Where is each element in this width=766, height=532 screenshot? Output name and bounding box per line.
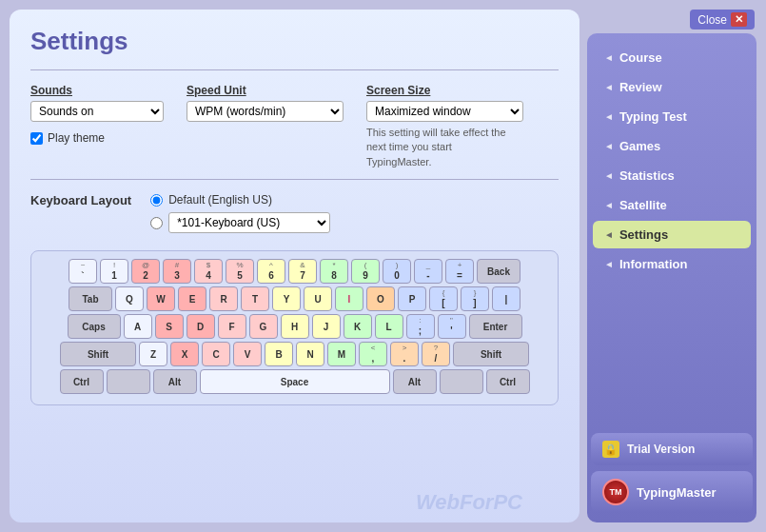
screen-size-group: Screen Size Maximized window Full screen… [366,84,523,169]
play-theme-row: Play theme [30,131,164,145]
nav-arrow-satellite: ◄ [604,200,614,210]
key-comma: <, [359,342,387,366]
speed-unit-select[interactable]: WPM (words/min) CPM (chars/min) KPM (key… [187,101,344,122]
key-h: H [281,314,309,339]
key-z: Z [139,342,167,366]
key-a: A [124,314,152,339]
nav-item-satellite[interactable]: ◄ Satellite [593,191,751,219]
play-theme-label: Play theme [48,131,105,145]
close-label: Close [697,13,727,27]
nav-label-typing-test: Typing Test [619,109,687,124]
key-rctrl: Ctrl [486,369,530,394]
nav-item-information[interactable]: ◄ Information [593,250,751,278]
speed-unit-label: Speed Unit [187,84,344,97]
key-g: G [249,314,278,339]
key-enter: Enter [469,314,522,339]
settings-row: Sounds Sounds on Sounds off Play theme S… [30,84,559,169]
radio-101-input[interactable] [150,217,163,229]
key-m: M [327,342,356,366]
nav-label-review: Review [619,80,662,94]
main-panel: Settings Sounds Sounds on Sounds off Pla… [10,10,579,522]
key-b: B [265,342,293,366]
key-1: !1 [100,259,128,284]
kb-row-qwerty: Tab Q W E R T Y U I O P {[ }] | [37,286,552,311]
nav-arrow-statistics: ◄ [604,170,614,181]
radio-default-label: Default (English US) [168,193,272,207]
nav-arrow-course: ◄ [604,52,614,63]
key-space: Space [200,369,390,394]
radio-default-input[interactable] [150,194,163,207]
trial-badge: 🔒 Trial Version [591,433,753,465]
keyboard-layout-select[interactable]: *101-Keyboard (US) [168,212,330,233]
play-theme-checkbox[interactable] [30,132,43,145]
screen-note: This setting will take effect the next t… [366,126,519,169]
key-k: K [344,314,372,339]
nav-label-games: Games [619,139,660,153]
nav-item-typing-test[interactable]: ◄ Typing Test [593,103,751,130]
key-y: Y [272,286,301,311]
nav-arrow-typing-test: ◄ [604,111,614,122]
nav-item-settings[interactable]: ◄ Settings [593,221,751,248]
key-w: W [147,286,175,311]
key-semicolon: :; [406,314,435,339]
key-u: U [304,286,332,311]
key-0: )0 [383,259,411,284]
key-caps: Caps [68,314,121,339]
nav-arrow-information: ◄ [604,259,614,269]
sounds-group: Sounds Sounds on Sounds off Play theme [30,84,164,145]
nav-item-games[interactable]: ◄ Games [593,132,751,160]
radio-101: *101-Keyboard (US) [150,212,330,233]
keyboard-layout-label: Keyboard Layout [30,193,131,207]
key-x: X [170,342,199,366]
close-x-icon: ✕ [731,12,747,27]
key-l: L [375,314,403,339]
key-8: *8 [320,259,348,284]
key-back: Back [477,259,520,284]
nav-item-review[interactable]: ◄ Review [593,73,751,101]
radio-default: Default (English US) [150,193,330,207]
key-period: >. [390,342,419,366]
sounds-select[interactable]: Sounds on Sounds off [30,101,164,122]
key-2: @2 [131,259,160,284]
nav-item-course[interactable]: ◄ Course [593,44,751,71]
tm-logo-icon: TM [602,479,629,505]
nav-arrow-games: ◄ [604,141,614,151]
trial-label: Trial Version [627,443,695,456]
key-slash: ?/ [422,342,450,366]
close-btn-row: Close ✕ [587,10,756,30]
key-tilde: ~` [69,259,97,284]
nav-arrow-settings: ◄ [604,229,614,240]
key-e: E [178,286,206,311]
key-9: (9 [351,259,380,284]
screen-size-label: Screen Size [366,84,523,97]
key-lalt: Alt [153,369,197,394]
nav-item-statistics[interactable]: ◄ Statistics [593,162,751,189]
key-rshift: Shift [453,342,529,366]
nav-label-information: Information [619,257,688,271]
key-lctrl: Ctrl [60,369,104,394]
key-4: $4 [194,259,223,284]
key-6: ^6 [257,259,285,284]
nav-label-course: Course [619,50,662,65]
key-rbracket: }] [461,286,489,311]
key-3: #3 [163,259,191,284]
key-v: V [233,342,262,366]
typingmaster-label: TypingMaster [637,485,717,500]
kb-row-zxcv: Shift Z X C V B N M <, >. ?/ Shift [37,342,552,366]
nav-arrow-review: ◄ [604,82,614,92]
key-d: D [187,314,215,339]
right-panel: Close ✕ ◄ Course ◄ Review ◄ Typing Test … [587,10,756,522]
nav-menu: ◄ Course ◄ Review ◄ Typing Test ◄ Games … [587,33,756,522]
nav-label-satellite: Satellite [619,198,667,212]
screen-size-select[interactable]: Maximized window Full screen 800x600 102… [366,101,523,122]
key-i: I [335,286,363,311]
key-backslash: | [492,286,520,311]
keyboard-section: Keyboard Layout Default (English US) *10… [30,193,559,405]
key-minus: _- [414,259,442,284]
key-lwin [107,369,150,394]
close-button[interactable]: Close ✕ [690,10,755,30]
divider-top [30,69,559,70]
nav-label-statistics: Statistics [619,168,675,183]
key-quote: "' [438,314,466,339]
key-f: F [218,314,246,339]
